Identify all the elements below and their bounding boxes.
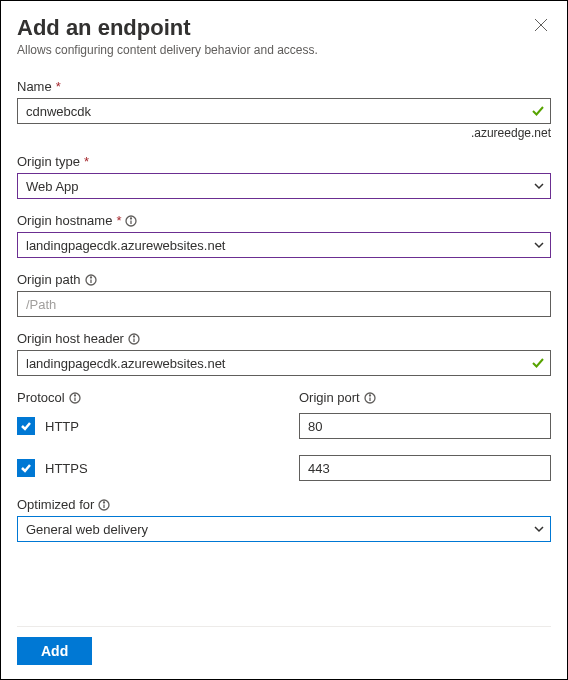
origin-path-label: Origin path [17, 272, 551, 287]
origin-type-label: Origin type* [17, 154, 551, 169]
http-label: HTTP [45, 419, 79, 434]
info-icon [85, 274, 97, 286]
name-label: Name* [17, 79, 551, 94]
https-port-input[interactable] [299, 455, 551, 481]
svg-point-7 [90, 277, 91, 278]
origin-type-select[interactable]: Web App [17, 173, 551, 199]
protocol-label: Protocol [17, 390, 269, 405]
origin-host-header-input[interactable] [17, 350, 551, 376]
https-label: HTTPS [45, 461, 88, 476]
svg-point-4 [131, 218, 132, 219]
name-input[interactable] [17, 98, 551, 124]
chevron-down-icon [533, 239, 545, 251]
close-icon[interactable] [531, 15, 551, 35]
info-icon [98, 499, 110, 511]
svg-point-16 [369, 395, 370, 396]
origin-host-header-label: Origin host header [17, 331, 551, 346]
chevron-down-icon [533, 523, 545, 535]
info-icon [125, 215, 137, 227]
check-icon [531, 356, 545, 370]
origin-port-label: Origin port [299, 390, 551, 405]
chevron-down-icon [533, 180, 545, 192]
info-icon [69, 392, 81, 404]
page-subtitle: Allows configuring content delivery beha… [17, 43, 551, 57]
check-icon [531, 104, 545, 118]
page-title: Add an endpoint [17, 15, 191, 41]
http-port-input[interactable] [299, 413, 551, 439]
origin-path-input[interactable] [17, 291, 551, 317]
svg-point-10 [133, 336, 134, 337]
svg-point-19 [104, 502, 105, 503]
origin-hostname-select[interactable]: landingpagecdk.azurewebsites.net [17, 232, 551, 258]
svg-point-13 [74, 395, 75, 396]
http-checkbox[interactable] [17, 417, 35, 435]
name-suffix: .azureedge.net [17, 126, 551, 140]
https-checkbox[interactable] [17, 459, 35, 477]
optimized-for-select[interactable]: General web delivery [17, 516, 551, 542]
origin-hostname-label: Origin hostname* [17, 213, 551, 228]
info-icon [364, 392, 376, 404]
optimized-for-label: Optimized for [17, 497, 551, 512]
info-icon [128, 333, 140, 345]
add-button[interactable]: Add [17, 637, 92, 665]
footer-divider [17, 626, 551, 627]
